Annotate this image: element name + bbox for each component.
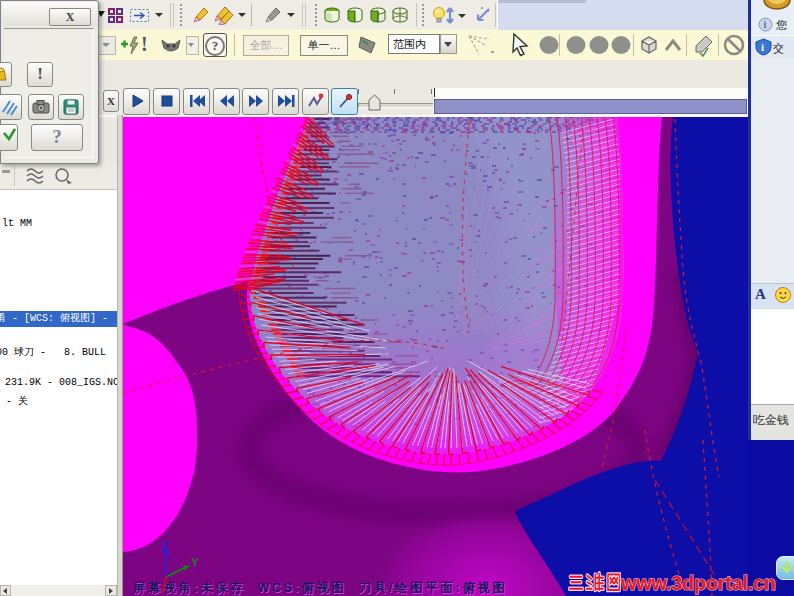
svg-text:i: i	[761, 41, 764, 53]
svg-text:Z: Z	[161, 540, 168, 552]
svg-text:i: i	[764, 19, 767, 30]
svg-text:www.3dportal.cn: www.3dportal.cn	[620, 572, 776, 594]
svg-text:Y: Y	[191, 556, 199, 568]
